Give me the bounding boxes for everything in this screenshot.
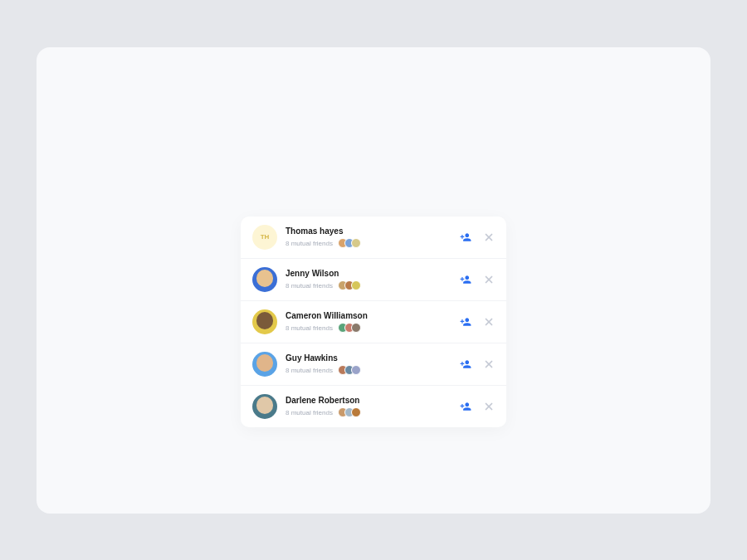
mutual-avatars: [338, 323, 361, 333]
row-actions: [460, 231, 495, 243]
app-canvas: THThomas hayes8 mutual friendsJenny Wils…: [37, 47, 710, 514]
suggestion-row: Guy Hawkins8 mutual friends: [241, 343, 506, 386]
mini-avatar: [351, 365, 361, 375]
person-name[interactable]: Cameron Williamson: [286, 310, 460, 321]
mutual-avatars: [338, 280, 361, 290]
suggestion-info: Guy Hawkins8 mutual friends: [286, 353, 460, 375]
add-friend-icon[interactable]: [460, 316, 471, 328]
person-name[interactable]: Guy Hawkins: [286, 353, 460, 363]
friend-suggestions-card: THThomas hayes8 mutual friendsJenny Wils…: [241, 217, 506, 427]
person-name[interactable]: Thomas hayes: [286, 226, 460, 236]
mutual-row: 8 mutual friends: [286, 407, 460, 417]
mutual-row: 8 mutual friends: [286, 323, 460, 333]
suggestion-info: Darlene Robertson8 mutual friends: [286, 395, 460, 417]
avatar[interactable]: [252, 394, 277, 419]
mini-avatar: [351, 238, 361, 248]
close-icon[interactable]: [483, 358, 495, 370]
close-icon[interactable]: [483, 401, 495, 412]
mutual-row: 8 mutual friends: [286, 280, 460, 290]
mutual-avatars: [338, 238, 361, 248]
mini-avatar: [351, 407, 361, 417]
mutual-friends-text: 8 mutual friends: [286, 367, 333, 374]
row-actions: [460, 274, 495, 285]
mini-avatar: [351, 323, 361, 333]
avatar[interactable]: [252, 267, 277, 292]
mutual-avatars: [338, 407, 361, 417]
add-friend-icon[interactable]: [460, 358, 471, 370]
mutual-row: 8 mutual friends: [286, 238, 460, 248]
suggestion-row: THThomas hayes8 mutual friends: [241, 217, 506, 259]
close-icon[interactable]: [483, 274, 495, 285]
avatar[interactable]: [252, 352, 277, 377]
suggestion-row: Jenny Wilson8 mutual friends: [241, 259, 506, 301]
row-actions: [460, 401, 495, 412]
avatar[interactable]: TH: [252, 225, 277, 250]
suggestion-row: Darlene Robertson8 mutual friends: [241, 386, 506, 427]
row-actions: [460, 358, 495, 370]
mutual-friends-text: 8 mutual friends: [286, 282, 333, 290]
suggestion-info: Cameron Williamson8 mutual friends: [286, 310, 460, 333]
add-friend-icon[interactable]: [460, 231, 471, 243]
avatar[interactable]: [252, 309, 277, 334]
mutual-row: 8 mutual friends: [286, 365, 460, 375]
suggestion-row: Cameron Williamson8 mutual friends: [241, 301, 506, 343]
person-name[interactable]: Jenny Wilson: [286, 268, 460, 279]
suggestion-info: Jenny Wilson8 mutual friends: [286, 268, 460, 290]
mutual-avatars: [338, 365, 361, 375]
mutual-friends-text: 8 mutual friends: [286, 240, 333, 247]
person-name[interactable]: Darlene Robertson: [286, 395, 460, 406]
add-friend-icon[interactable]: [460, 401, 471, 412]
close-icon[interactable]: [483, 316, 495, 328]
mutual-friends-text: 8 mutual friends: [286, 324, 333, 332]
mini-avatar: [351, 280, 361, 290]
row-actions: [460, 316, 495, 328]
close-icon[interactable]: [483, 231, 495, 243]
suggestion-info: Thomas hayes8 mutual friends: [286, 226, 460, 248]
add-friend-icon[interactable]: [460, 274, 471, 285]
mutual-friends-text: 8 mutual friends: [286, 409, 333, 416]
